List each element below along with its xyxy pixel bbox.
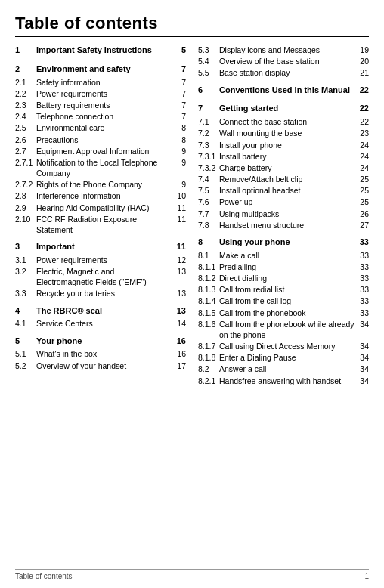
toc-entry-text: Answer a call bbox=[219, 364, 355, 374]
toc-entry-text: Install battery bbox=[219, 151, 355, 162]
toc-entry-text: Make a call bbox=[219, 250, 355, 261]
toc-entry-text: Power requirements bbox=[36, 88, 172, 99]
toc-entry-number: 8.1 bbox=[198, 250, 219, 261]
toc-entry: 2.5Environmental care8 bbox=[15, 122, 186, 133]
toc-entry-text: Precautions bbox=[36, 135, 172, 145]
toc-entry-text: FCC RF Radiation Exposure Statement bbox=[36, 214, 172, 235]
toc-entry-text: The RBRC® seal bbox=[36, 305, 172, 317]
toc-entry-page: 14 bbox=[172, 318, 186, 329]
toc-entry-page: 25 bbox=[355, 197, 369, 207]
toc-entry-number: 8.2 bbox=[198, 364, 219, 374]
toc-entry-number: 2.1 bbox=[15, 77, 36, 88]
toc-entry: 8.1.8Enter a Dialing Pause34 bbox=[198, 352, 369, 363]
toc-entry: 2.7Equipment Approval Information9 bbox=[15, 146, 186, 156]
toc-entry-number: 2.7.2 bbox=[15, 179, 36, 190]
toc-entry-number: 8.1.8 bbox=[198, 352, 219, 363]
toc-entry-text: Predialling bbox=[219, 262, 355, 272]
toc-entry: 8.1.6Call from the phonebook while alrea… bbox=[198, 319, 369, 340]
toc-entry-number: 5.2 bbox=[15, 361, 36, 371]
toc-entry-number: 5.1 bbox=[15, 348, 36, 359]
toc-entry-page: 27 bbox=[355, 220, 369, 231]
toc-entry-number: 7.3.2 bbox=[198, 162, 219, 173]
toc-entry-number: 2.2 bbox=[15, 88, 36, 99]
toc-entry-page: 34 bbox=[355, 341, 369, 351]
toc-entry: 2.7.1Notification to the Local Telephone… bbox=[15, 157, 186, 178]
toc-entry-page: 33 bbox=[355, 273, 369, 283]
toc-entry-number: 2.8 bbox=[15, 190, 36, 201]
toc-entry-text: Call from the call log bbox=[219, 296, 355, 306]
toc-entry-number: 8.1.2 bbox=[198, 273, 219, 283]
toc-entry-text: Conventions Used in this Manual bbox=[219, 85, 355, 96]
toc-entry: 8.1.4Call from the call log33 bbox=[198, 296, 369, 306]
toc-entry-text: Important Safety Instructions bbox=[36, 45, 172, 56]
toc-entry-number: 3.1 bbox=[15, 255, 36, 265]
toc-entry-text: Battery requirements bbox=[36, 100, 172, 110]
footer-left: Table of contents bbox=[15, 572, 73, 580]
toc-entry: 8.1.3Call from redial list33 bbox=[198, 284, 369, 295]
toc-entry-text: Handsfree answering with handset bbox=[219, 376, 355, 386]
toc-entry-text: Notification to the Local Telephone Comp… bbox=[36, 157, 172, 178]
toc-entry-number: 8.2.1 bbox=[198, 376, 219, 386]
toc-entry-text: Overview of the base station bbox=[219, 56, 355, 67]
toc-entry: 7.2Wall mounting the base23 bbox=[198, 128, 369, 138]
footer-right: 1 bbox=[364, 572, 369, 580]
toc-entry-page: 20 bbox=[355, 56, 369, 67]
toc-entry-text: Remove/Attach belt clip bbox=[219, 174, 355, 184]
toc-entry-text: Call from the phonebook bbox=[219, 308, 355, 318]
toc-entry-page: 33 bbox=[355, 308, 369, 318]
toc-entry: 8.1.7Call using Direct Access Memory34 bbox=[198, 341, 369, 351]
toc-entry-text: Wall mounting the base bbox=[219, 128, 355, 138]
toc-entry: 7.3.1Install battery24 bbox=[198, 151, 369, 162]
toc-entry: 8.1Make a call33 bbox=[198, 250, 369, 261]
toc-entry: 2.6Precautions8 bbox=[15, 135, 186, 145]
toc-entry-text: Important bbox=[36, 241, 172, 252]
toc-entry-number: 4 bbox=[15, 305, 36, 317]
toc-entry-page: 16 bbox=[172, 348, 186, 359]
toc-entry: 8.1.2Direct dialling33 bbox=[198, 273, 369, 283]
toc-entry-text: Equipment Approval Information bbox=[36, 146, 172, 156]
toc-entry-page: 24 bbox=[355, 140, 369, 150]
toc-entry-number: 7.3.1 bbox=[198, 151, 219, 162]
toc-entry: 7.6Power up25 bbox=[198, 197, 369, 207]
toc-entry-page: 8 bbox=[172, 122, 186, 133]
toc-entry-number: 5.3 bbox=[198, 45, 219, 55]
toc-entry: 2.9Hearing Aid Compatibility (HAC)11 bbox=[15, 203, 186, 213]
toc-entry-page: 12 bbox=[172, 255, 186, 265]
toc-entry-text: Recycle your batteries bbox=[36, 288, 172, 299]
toc-entry-number: 2.9 bbox=[15, 203, 36, 213]
toc-right-column: 5.3Display icons and Messages195.4Overvi… bbox=[194, 45, 369, 387]
toc-container: 1Important Safety Instructions52Environm… bbox=[15, 45, 369, 387]
toc-entry-number: 8.1.1 bbox=[198, 262, 219, 272]
toc-entry-text: What's in the box bbox=[36, 348, 172, 359]
toc-entry-text: Charge battery bbox=[219, 162, 355, 173]
toc-entry: 4The RBRC® seal13 bbox=[15, 305, 186, 317]
toc-entry-number: 7 bbox=[198, 103, 219, 114]
toc-entry: 7.7Using multipacks26 bbox=[198, 209, 369, 219]
toc-entry: 2Environment and safety7 bbox=[15, 63, 186, 75]
toc-entry-number: 3 bbox=[15, 241, 36, 252]
toc-entry: 5.1What's in the box16 bbox=[15, 348, 186, 359]
page-title: Table of contents bbox=[15, 14, 369, 37]
toc-entry-text: Hearing Aid Compatibility (HAC) bbox=[36, 203, 172, 213]
toc-entry-page: 34 bbox=[355, 376, 369, 386]
toc-entry-text: Environmental care bbox=[36, 122, 172, 133]
toc-entry-page: 23 bbox=[355, 128, 369, 138]
toc-entry-text: Service Centers bbox=[36, 318, 172, 329]
toc-entry: 8.2.1Handsfree answering with handset34 bbox=[198, 376, 369, 386]
toc-left-column: 1Important Safety Instructions52Environm… bbox=[15, 45, 194, 387]
toc-entry: 7.4Remove/Attach belt clip25 bbox=[198, 174, 369, 184]
toc-entry-page: 22 bbox=[355, 85, 369, 96]
toc-entry: 7.8Handset menu structure27 bbox=[198, 220, 369, 231]
toc-entry-number: 5 bbox=[15, 336, 36, 347]
footer: Table of contents 1 bbox=[15, 569, 369, 580]
toc-entry-text: Your phone bbox=[36, 336, 172, 347]
toc-entry: 2.2Power requirements7 bbox=[15, 88, 186, 99]
toc-entry-number: 8.1.3 bbox=[198, 284, 219, 295]
toc-entry-page: 9 bbox=[172, 157, 186, 168]
toc-entry: 3.1Power requirements12 bbox=[15, 255, 186, 265]
toc-entry-page: 13 bbox=[172, 266, 186, 277]
toc-entry-page: 33 bbox=[355, 296, 369, 306]
toc-entry-text: Install your phone bbox=[219, 140, 355, 150]
toc-entry: 2.7.2Rights of the Phone Company9 bbox=[15, 179, 186, 190]
toc-entry-text: Telephone connection bbox=[36, 111, 172, 122]
